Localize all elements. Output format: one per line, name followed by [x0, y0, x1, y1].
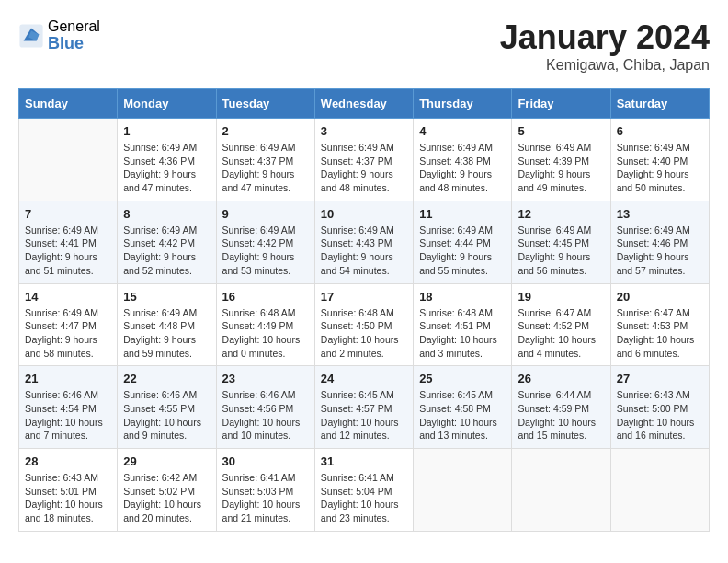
day-info: Sunrise: 6:49 AM Sunset: 4:42 PM Dayligh…: [222, 224, 309, 278]
day-number: 2: [222, 124, 309, 138]
day-info: Sunrise: 6:46 AM Sunset: 4:54 PM Dayligh…: [25, 388, 111, 442]
calendar-cell: [512, 449, 610, 532]
day-number: 22: [123, 372, 210, 385]
day-info: Sunrise: 6:49 AM Sunset: 4:46 PM Dayligh…: [617, 224, 703, 278]
day-info: Sunrise: 6:42 AM Sunset: 5:02 PM Dayligh…: [123, 471, 210, 525]
weekday-header-friday: Friday: [512, 89, 610, 119]
calendar-cell: 29Sunrise: 6:42 AM Sunset: 5:02 PM Dayli…: [118, 449, 216, 532]
day-info: Sunrise: 6:47 AM Sunset: 4:53 PM Dayligh…: [617, 306, 703, 361]
day-number: 14: [25, 290, 111, 304]
weekday-header-thursday: Thursday: [414, 89, 512, 119]
week-row-3: 14Sunrise: 6:49 AM Sunset: 4:47 PM Dayli…: [19, 283, 710, 366]
weekday-header-tuesday: Tuesday: [216, 89, 314, 119]
calendar-cell: 15Sunrise: 6:49 AM Sunset: 4:48 PM Dayli…: [118, 283, 216, 366]
calendar-cell: 4Sunrise: 6:49 AM Sunset: 4:38 PM Daylig…: [414, 119, 512, 201]
calendar-cell: 14Sunrise: 6:49 AM Sunset: 4:47 PM Dayli…: [19, 283, 118, 366]
day-info: Sunrise: 6:41 AM Sunset: 5:03 PM Dayligh…: [222, 471, 309, 525]
logo: General Blue: [18, 18, 100, 52]
day-number: 24: [321, 372, 407, 385]
day-info: Sunrise: 6:49 AM Sunset: 4:42 PM Dayligh…: [123, 224, 210, 278]
day-info: Sunrise: 6:44 AM Sunset: 4:59 PM Dayligh…: [518, 388, 604, 442]
day-number: 29: [123, 454, 210, 468]
calendar-cell: 20Sunrise: 6:47 AM Sunset: 4:53 PM Dayli…: [610, 283, 709, 366]
week-row-2: 7Sunrise: 6:49 AM Sunset: 4:41 PM Daylig…: [19, 201, 710, 283]
calendar-cell: 16Sunrise: 6:48 AM Sunset: 4:49 PM Dayli…: [216, 283, 314, 366]
weekday-header-wednesday: Wednesday: [314, 89, 413, 119]
day-info: Sunrise: 6:43 AM Sunset: 5:01 PM Dayligh…: [25, 471, 111, 525]
day-info: Sunrise: 6:46 AM Sunset: 4:55 PM Dayligh…: [123, 388, 210, 442]
calendar-cell: 13Sunrise: 6:49 AM Sunset: 4:46 PM Dayli…: [610, 201, 709, 283]
calendar-table: SundayMondayTuesdayWednesdayThursdayFrid…: [18, 88, 710, 532]
day-info: Sunrise: 6:49 AM Sunset: 4:37 PM Dayligh…: [222, 141, 309, 195]
weekday-header-sunday: Sunday: [19, 89, 118, 119]
calendar-cell: 26Sunrise: 6:44 AM Sunset: 4:59 PM Dayli…: [512, 366, 610, 449]
subtitle: Kemigawa, Chiba, Japan: [500, 57, 710, 74]
day-number: 26: [518, 372, 604, 385]
day-number: 31: [321, 454, 407, 468]
day-number: 28: [25, 454, 111, 468]
day-info: Sunrise: 6:41 AM Sunset: 5:04 PM Dayligh…: [321, 471, 407, 525]
day-number: 13: [617, 207, 703, 221]
weekday-header-saturday: Saturday: [610, 89, 709, 119]
day-info: Sunrise: 6:45 AM Sunset: 4:58 PM Dayligh…: [419, 388, 506, 442]
day-number: 7: [25, 207, 111, 221]
calendar-cell: [414, 449, 512, 532]
day-number: 16: [222, 290, 309, 304]
day-info: Sunrise: 6:49 AM Sunset: 4:37 PM Dayligh…: [321, 141, 407, 195]
calendar-cell: 19Sunrise: 6:47 AM Sunset: 4:52 PM Dayli…: [512, 283, 610, 366]
day-number: 15: [123, 290, 210, 304]
day-info: Sunrise: 6:49 AM Sunset: 4:40 PM Dayligh…: [617, 141, 703, 195]
calendar-cell: 7Sunrise: 6:49 AM Sunset: 4:41 PM Daylig…: [19, 201, 118, 283]
day-number: 10: [321, 207, 407, 221]
day-info: Sunrise: 6:49 AM Sunset: 4:48 PM Dayligh…: [123, 306, 210, 361]
day-number: 25: [419, 372, 506, 385]
week-row-1: 1Sunrise: 6:49 AM Sunset: 4:36 PM Daylig…: [19, 119, 710, 201]
day-info: Sunrise: 6:48 AM Sunset: 4:49 PM Dayligh…: [222, 306, 309, 361]
day-info: Sunrise: 6:49 AM Sunset: 4:44 PM Dayligh…: [419, 224, 506, 278]
day-info: Sunrise: 6:46 AM Sunset: 4:56 PM Dayligh…: [222, 388, 309, 442]
week-row-5: 28Sunrise: 6:43 AM Sunset: 5:01 PM Dayli…: [19, 449, 710, 532]
calendar-cell: 24Sunrise: 6:45 AM Sunset: 4:57 PM Dayli…: [314, 366, 413, 449]
calendar-cell: 8Sunrise: 6:49 AM Sunset: 4:42 PM Daylig…: [118, 201, 216, 283]
title-block: January 2024 Kemigawa, Chiba, Japan: [500, 18, 710, 74]
logo-general: General: [48, 18, 100, 35]
day-info: Sunrise: 6:49 AM Sunset: 4:36 PM Dayligh…: [123, 141, 210, 195]
calendar-cell: 6Sunrise: 6:49 AM Sunset: 4:40 PM Daylig…: [610, 119, 709, 201]
calendar-cell: 21Sunrise: 6:46 AM Sunset: 4:54 PM Dayli…: [19, 366, 118, 449]
day-number: 12: [518, 207, 604, 221]
day-number: 6: [617, 124, 703, 138]
day-number: 17: [321, 290, 407, 304]
day-number: 3: [321, 124, 407, 138]
day-number: 20: [617, 290, 703, 304]
calendar-cell: 11Sunrise: 6:49 AM Sunset: 4:44 PM Dayli…: [414, 201, 512, 283]
calendar-cell: 12Sunrise: 6:49 AM Sunset: 4:45 PM Dayli…: [512, 201, 610, 283]
calendar-cell: [19, 119, 118, 201]
day-info: Sunrise: 6:49 AM Sunset: 4:45 PM Dayligh…: [518, 224, 604, 278]
weekday-header-monday: Monday: [118, 89, 216, 119]
weekday-header-row: SundayMondayTuesdayWednesdayThursdayFrid…: [19, 89, 710, 119]
calendar-cell: 22Sunrise: 6:46 AM Sunset: 4:55 PM Dayli…: [118, 366, 216, 449]
day-number: 11: [419, 207, 506, 221]
calendar-cell: 5Sunrise: 6:49 AM Sunset: 4:39 PM Daylig…: [512, 119, 610, 201]
calendar-cell: 28Sunrise: 6:43 AM Sunset: 5:01 PM Dayli…: [19, 449, 118, 532]
day-number: 27: [617, 372, 703, 385]
day-info: Sunrise: 6:49 AM Sunset: 4:38 PM Dayligh…: [419, 141, 506, 195]
day-number: 30: [222, 454, 309, 468]
calendar-cell: 31Sunrise: 6:41 AM Sunset: 5:04 PM Dayli…: [314, 449, 413, 532]
day-info: Sunrise: 6:49 AM Sunset: 4:41 PM Dayligh…: [25, 224, 111, 278]
calendar-cell: 30Sunrise: 6:41 AM Sunset: 5:03 PM Dayli…: [216, 449, 314, 532]
day-info: Sunrise: 6:48 AM Sunset: 4:50 PM Dayligh…: [321, 306, 407, 361]
logo-blue: Blue: [48, 35, 100, 53]
day-info: Sunrise: 6:47 AM Sunset: 4:52 PM Dayligh…: [518, 306, 604, 361]
calendar-cell: 9Sunrise: 6:49 AM Sunset: 4:42 PM Daylig…: [216, 201, 314, 283]
calendar-cell: 3Sunrise: 6:49 AM Sunset: 4:37 PM Daylig…: [314, 119, 413, 201]
main-title: January 2024: [500, 18, 710, 57]
day-number: 19: [518, 290, 604, 304]
day-info: Sunrise: 6:48 AM Sunset: 4:51 PM Dayligh…: [419, 306, 506, 361]
day-number: 23: [222, 372, 309, 385]
day-number: 18: [419, 290, 506, 304]
week-row-4: 21Sunrise: 6:46 AM Sunset: 4:54 PM Dayli…: [19, 366, 710, 449]
calendar-cell: 18Sunrise: 6:48 AM Sunset: 4:51 PM Dayli…: [414, 283, 512, 366]
day-info: Sunrise: 6:45 AM Sunset: 4:57 PM Dayligh…: [321, 388, 407, 442]
logo-icon: [18, 23, 44, 49]
